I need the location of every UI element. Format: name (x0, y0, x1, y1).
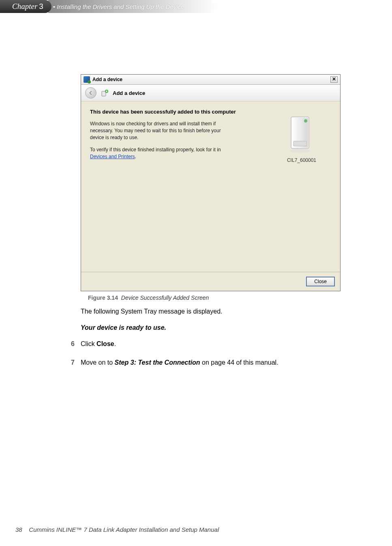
dialog-body: This device has been successfully added … (81, 101, 340, 272)
step-number: 7 (71, 358, 81, 368)
dialog-window: Add a device ✕ Add a device This device … (81, 74, 341, 291)
step-list: 6 Click Close. 7 Move on to Step 3: Test… (81, 339, 340, 368)
step-text: Click Close. (81, 339, 340, 349)
back-arrow-icon (88, 90, 94, 96)
window-titlebar: Add a device ✕ (81, 75, 340, 85)
nav-bar: Add a device (81, 85, 340, 101)
figure-text: Device Successfully Added Screen (121, 294, 209, 301)
window-close-button[interactable]: ✕ (330, 76, 338, 83)
bluetooth-icon (84, 76, 90, 83)
system-tray-paragraph: The following System Tray message is dis… (81, 307, 340, 316)
nav-title: Add a device (113, 90, 145, 96)
body-paragraph-1: Windows is now checking for drivers and … (90, 120, 236, 141)
close-button[interactable]: Close (306, 277, 334, 286)
ready-message: Your device is ready to use. (81, 323, 340, 333)
device-name-label: CIL7_600001 (275, 157, 328, 163)
chapter-header: Chapter 3 • Installing the Drivers and S… (0, 0, 217, 13)
figure-caption: Figure 3.14 Device Successfully Added Sc… (81, 294, 341, 301)
svg-rect-4 (293, 141, 306, 146)
step-text: Move on to Step 3: Test the Connection o… (81, 358, 340, 368)
page-footer: 38 Cummins INLINE™ 7 Data Link Adapter I… (15, 526, 219, 533)
titlebar-left: Add a device (84, 76, 122, 83)
svg-point-6 (290, 149, 310, 153)
manual-title: Cummins INLINE™ 7 Data Link Adapter Inst… (29, 526, 219, 533)
step-6: 6 Click Close. (71, 339, 340, 349)
body-content: The following System Tray message is dis… (81, 307, 340, 376)
figure-label: Figure 3.14 (88, 294, 118, 301)
titlebar-title: Add a device (92, 77, 122, 82)
devices-and-printers-link[interactable]: Devices and Printers (90, 154, 135, 159)
body-paragraph-2: To verify if this device finished instal… (90, 146, 236, 160)
chapter-word: Chapter (12, 2, 37, 11)
back-button[interactable] (85, 87, 96, 99)
chapter-title: • Installing the Drivers and Setting Up … (53, 3, 184, 10)
page-number: 38 (15, 526, 22, 533)
svg-point-5 (304, 119, 307, 123)
para2-suffix: . (135, 154, 136, 159)
device-visual: CIL7_600001 (275, 114, 328, 163)
screenshot-container: Add a device ✕ Add a device This device … (81, 74, 341, 301)
dialog-footer: Close (81, 272, 340, 291)
step-7: 7 Move on to Step 3: Test the Connection… (71, 358, 340, 368)
para2-prefix: To verify if this device finished instal… (90, 147, 221, 153)
device-icon (287, 114, 316, 154)
chapter-number: 3 (39, 2, 43, 11)
add-device-icon (101, 89, 109, 97)
chapter-tab: Chapter 3 (0, 0, 51, 13)
chapter-title-bar: • Installing the Drivers and Setting Up … (48, 0, 217, 13)
step-number: 6 (71, 339, 81, 349)
